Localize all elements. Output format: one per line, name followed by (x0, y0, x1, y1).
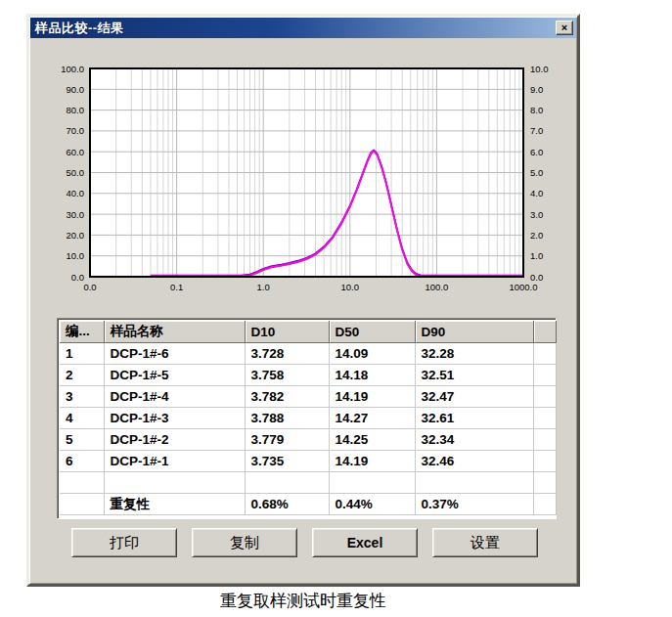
axis-tick-label: 0.0 (530, 272, 543, 283)
table-cell: 32.61 (415, 408, 533, 429)
table-cell (533, 386, 556, 408)
axis-tick-label: 1.0 (530, 250, 543, 261)
axis-tick-label: 1000.0 (509, 282, 537, 292)
page: { "window": { "title": "样品比较--结果", "clos… (0, 0, 672, 617)
axis-tick-label: 80.0 (67, 105, 85, 115)
table-cell: 14.27 (329, 408, 415, 429)
close-button[interactable]: × (556, 21, 573, 35)
table-cell (104, 472, 245, 494)
table-row[interactable]: 重复性0.68%0.44%0.37% (60, 494, 556, 515)
column-header[interactable] (533, 321, 556, 343)
table-cell: 32.46 (415, 451, 533, 472)
table-cell: 32.28 (415, 343, 533, 365)
axis-tick-label: 0.0 (71, 272, 84, 283)
table-cell: 32.34 (415, 429, 533, 451)
chart-svg: 100.090.080.070.060.050.040.030.020.010.… (32, 53, 565, 311)
axis-tick-label: 70.0 (67, 125, 85, 136)
table-cell (533, 408, 556, 429)
table-cell: 3.758 (245, 365, 329, 386)
table-cell: DCP-1#-5 (104, 365, 245, 386)
window-title: 样品比较--结果 (35, 20, 124, 37)
table-cell: 14.19 (329, 386, 415, 408)
table-cell (60, 472, 104, 494)
axis-tick-label: 10.0 (530, 64, 549, 74)
print-button[interactable]: 打印 (71, 528, 177, 557)
table-cell: 3.735 (245, 451, 329, 472)
table-cell (533, 429, 556, 451)
axis-tick-label: 40.0 (67, 188, 85, 198)
table-cell: 14.18 (329, 365, 415, 386)
table-cell (329, 472, 415, 494)
table-cell: 1 (60, 343, 104, 365)
table-cell: 重复性 (104, 494, 245, 515)
table-cell (533, 365, 556, 386)
axis-tick-label: 7.0 (530, 125, 543, 136)
table-row[interactable]: 3DCP-1#-43.78214.1932.47 (60, 386, 556, 408)
column-header[interactable]: D10 (245, 321, 329, 343)
table-cell: 14.09 (329, 343, 415, 365)
table-cell: 0.44% (329, 494, 415, 515)
table-cell: DCP-1#-2 (104, 429, 245, 451)
table-cell: 0.37% (415, 494, 533, 515)
table-cell (533, 451, 556, 472)
excel-button[interactable]: Excel (312, 528, 418, 557)
axis-tick-label: 8.0 (530, 105, 543, 115)
title-bar[interactable]: 样品比较--结果 × (30, 18, 576, 38)
table-row[interactable] (60, 472, 556, 494)
table-header-row: 编...样品名称D10D50D90 (60, 321, 556, 343)
column-header[interactable]: D90 (415, 321, 533, 343)
table-cell (245, 472, 329, 494)
table-cell: 3 (60, 386, 104, 408)
table-cell: 14.25 (329, 429, 415, 451)
results-grid: 编...样品名称D10D50D90 1DCP-1#-63.72814.0932.… (57, 318, 557, 519)
figure-caption: 重复取样测试时重复性 (26, 590, 580, 612)
table-cell: 4 (60, 408, 104, 429)
table-cell: 32.51 (415, 365, 533, 386)
column-header[interactable]: 编... (60, 321, 104, 343)
table-row[interactable]: 1DCP-1#-63.72814.0932.28 (60, 343, 556, 365)
table-row[interactable]: 6DCP-1#-13.73514.1932.46 (60, 451, 556, 472)
axis-tick-label: 0.1 (170, 282, 183, 292)
axis-tick-label: 60.0 (67, 147, 85, 157)
axis-tick-label: 100.0 (61, 64, 84, 74)
table-row[interactable]: 5DCP-1#-23.77914.2532.34 (60, 429, 556, 451)
table-cell (533, 343, 556, 365)
table-cell: 3.779 (245, 429, 329, 451)
axis-tick-label: 10.0 (67, 250, 85, 261)
particle-size-distribution-chart: 100.090.080.070.060.050.040.030.020.010.… (32, 53, 565, 311)
sample-comparison-results-dialog: 样品比较--结果 × 100.090.080.070.060.050.040.0… (26, 14, 580, 587)
table-cell: 2 (60, 365, 104, 386)
table-cell (415, 472, 533, 494)
column-header[interactable]: D50 (329, 321, 415, 343)
table-cell: 0.68% (245, 494, 329, 515)
axis-tick-label: 20.0 (67, 230, 85, 241)
table-row[interactable]: 2DCP-1#-53.75814.1832.51 (60, 365, 556, 386)
table-cell: 14.19 (329, 451, 415, 472)
table-cell: 32.47 (415, 386, 533, 408)
table-cell: DCP-1#-3 (104, 408, 245, 429)
table-cell: 3.782 (245, 386, 329, 408)
axis-tick-label: 2.0 (530, 230, 543, 241)
table-cell: 6 (60, 451, 104, 472)
copy-button[interactable]: 复制 (192, 528, 297, 557)
axis-tick-label: 4.0 (530, 188, 543, 198)
axis-tick-label: 0.0 (83, 282, 96, 292)
axis-tick-label: 1.0 (257, 282, 270, 292)
column-header[interactable]: 样品名称 (104, 321, 245, 343)
table-cell: DCP-1#-4 (104, 386, 245, 408)
axis-tick-label: 100.0 (426, 282, 449, 292)
axis-tick-label: 90.0 (67, 84, 85, 95)
table-cell (533, 472, 556, 494)
axis-tick-label: 9.0 (530, 84, 543, 95)
results-table: 编...样品名称D10D50D90 1DCP-1#-63.72814.0932.… (60, 321, 557, 515)
table-row[interactable]: 4DCP-1#-33.78814.2732.61 (60, 408, 556, 429)
close-icon: × (561, 22, 567, 33)
axis-tick-label: 3.0 (530, 209, 543, 220)
axis-tick-label: 10.0 (341, 282, 360, 292)
settings-button[interactable]: 设置 (432, 528, 538, 557)
table-cell (60, 494, 104, 515)
axis-tick-label: 6.0 (530, 147, 543, 157)
table-cell: 3.788 (245, 408, 329, 429)
axis-tick-label: 50.0 (67, 167, 85, 178)
table-cell: DCP-1#-6 (104, 343, 245, 365)
